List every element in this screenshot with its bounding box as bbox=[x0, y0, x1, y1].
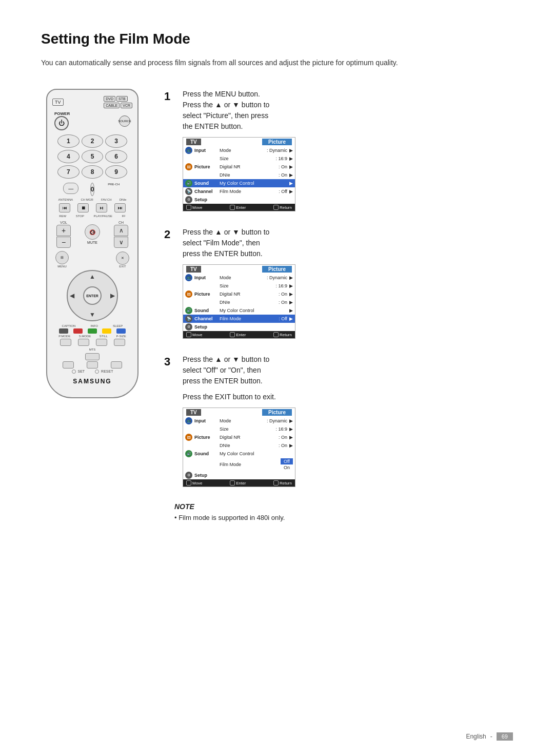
filmmode-val-2: : Off bbox=[279, 316, 287, 321]
vol-down-btn[interactable]: − bbox=[56, 237, 71, 248]
smode-btn[interactable] bbox=[78, 339, 89, 346]
footer-lang: English bbox=[466, 733, 486, 740]
mts-btn[interactable] bbox=[85, 353, 100, 360]
cable-btn[interactable]: CABLE bbox=[104, 103, 120, 108]
ch-up-btn[interactable]: ∧ bbox=[114, 225, 128, 236]
color-btn-red[interactable] bbox=[73, 328, 83, 334]
extra-btn-1[interactable] bbox=[63, 361, 74, 369]
dnie-label: DNIe bbox=[120, 198, 127, 201]
enter-btn[interactable]: ENTER bbox=[83, 286, 102, 305]
size-arrow-1: ▶ bbox=[289, 156, 293, 161]
color-btn-yellow[interactable] bbox=[102, 328, 111, 334]
btn-9[interactable]: 9 bbox=[105, 165, 127, 179]
screen1-header-left: TV bbox=[186, 139, 201, 145]
exit-btn[interactable]: ✕ EXIT bbox=[116, 251, 129, 268]
screen1-header-right: Picture bbox=[262, 139, 292, 145]
menu-nav-exit-row: ⊞ MENU ✕ EXIT bbox=[55, 251, 129, 268]
step-2-line-1: Press the ▲ or ▼ button to bbox=[183, 228, 269, 236]
screen2-header-right: Picture bbox=[262, 266, 292, 273]
screen3-row-setup: ⚙ Setup bbox=[183, 471, 295, 479]
vol-up-btn[interactable]: + bbox=[56, 225, 71, 236]
screen1-row-setup: ⚙ Setup bbox=[183, 196, 295, 204]
still-btn[interactable] bbox=[96, 339, 107, 346]
screen2-row-size: Size : 16:9 ▶ bbox=[183, 282, 295, 290]
rew-btn[interactable]: ⏮ bbox=[59, 203, 70, 212]
remote-control: TV DVD STB CABLE VCR POWER bbox=[46, 89, 138, 398]
step-2-line-3: press the ENTER button. bbox=[183, 249, 263, 258]
mycolor-text-1: My Color Control bbox=[220, 181, 285, 186]
btn-4[interactable]: 4 bbox=[57, 150, 80, 163]
step-3-text: Press the ▲ or ▼ button to select "Off" … bbox=[183, 354, 513, 386]
ch-label: CH bbox=[118, 221, 124, 224]
exit-icon: ✕ bbox=[121, 256, 124, 260]
color-btn-green[interactable] bbox=[88, 328, 97, 334]
menu-btn[interactable]: ⊞ MENU bbox=[55, 251, 69, 268]
footer-return-2: Return bbox=[273, 332, 292, 337]
footer-move-1: Move bbox=[186, 205, 203, 210]
pmode-btn[interactable] bbox=[60, 339, 71, 346]
nav-left-btn[interactable]: ◀ bbox=[70, 292, 74, 299]
note-title: NOTE bbox=[174, 502, 513, 511]
power-button[interactable]: ⏻ bbox=[54, 116, 69, 130]
filmmode-text-1: Film Mode bbox=[220, 189, 276, 194]
dnr-text-1: Digital NR bbox=[220, 164, 276, 169]
mode-labels: P.MODE S.MODE STILL P-SIZE bbox=[54, 335, 130, 338]
psize-btn[interactable] bbox=[114, 339, 125, 346]
nav-up-btn[interactable]: ▲ bbox=[89, 273, 95, 280]
input-label-3: Input bbox=[194, 418, 217, 423]
btn-0[interactable]: 0 bbox=[90, 183, 95, 196]
dvd-btn[interactable]: DVD bbox=[104, 96, 115, 102]
btn-5[interactable]: 5 bbox=[82, 150, 104, 163]
step-1-line-4: the ENTER button. bbox=[183, 122, 243, 130]
step-2-content: Press the ▲ or ▼ button to select "Film … bbox=[183, 227, 513, 339]
color-btn-blue[interactable] bbox=[116, 328, 126, 334]
dropdown-on[interactable]: On bbox=[281, 464, 293, 471]
btn-1[interactable]: 1 bbox=[57, 134, 80, 148]
info-label: INFO bbox=[90, 324, 97, 327]
mute-btn[interactable]: 🔇 bbox=[85, 224, 100, 240]
dropdown-off[interactable]: Off bbox=[281, 458, 293, 464]
chmgr-label: CH MGR bbox=[81, 198, 93, 201]
btn-8[interactable]: 8 bbox=[82, 165, 104, 179]
nav-down-btn[interactable]: ▼ bbox=[89, 311, 95, 318]
step-2-line-2: select "Film Mode", then bbox=[183, 239, 260, 247]
vol-group: VOL + − bbox=[56, 221, 71, 248]
dnie-arrow-3: ▶ bbox=[289, 443, 293, 448]
btn-6[interactable]: 6 bbox=[105, 150, 127, 163]
set-label: SET bbox=[72, 370, 85, 374]
play-pause-btn[interactable]: ⏯ bbox=[96, 203, 107, 212]
source-button[interactable]: SOURCE bbox=[119, 115, 130, 127]
footer-return-1: Return bbox=[273, 205, 292, 210]
channel-label-1: Channel bbox=[194, 189, 217, 194]
btn-3[interactable]: 3 bbox=[105, 134, 127, 148]
tv-screen-2: TV Picture 📺 Input Mode : Dynamic ▶ bbox=[183, 264, 295, 339]
mode-text-3: Mode bbox=[220, 418, 265, 423]
step-3-number: 3 bbox=[164, 355, 174, 369]
screen1-header: TV Picture bbox=[183, 138, 295, 146]
ff-btn[interactable]: ⏭ bbox=[114, 203, 126, 212]
antenna-label: ANTENNA bbox=[58, 198, 73, 201]
extra-btn-2[interactable] bbox=[87, 361, 98, 369]
step-3-extra: Press the EXIT button to exit. bbox=[183, 392, 513, 402]
steps-column: 1 Press the MENU button. Press the ▲ or … bbox=[164, 89, 513, 521]
screen1-row-size: Size : 16:9 ▶ bbox=[183, 154, 295, 163]
dvd-stb-row: DVD STB bbox=[104, 96, 132, 102]
reset-label: RESET bbox=[95, 370, 113, 374]
btn-2[interactable]: 2 bbox=[82, 134, 104, 148]
smode-label: S.MODE bbox=[79, 335, 91, 338]
setup-label-2: Setup bbox=[194, 324, 217, 329]
stop-btn[interactable]: ⏹ bbox=[77, 203, 89, 212]
mycolor-arrow-2: ▶ bbox=[289, 308, 293, 313]
caption-label: CAPTION bbox=[62, 324, 76, 327]
nav-right-btn[interactable]: ▶ bbox=[110, 292, 115, 299]
vcr-btn[interactable]: VCR bbox=[121, 103, 132, 108]
color-btn-dark[interactable] bbox=[59, 328, 68, 334]
ch-down-btn[interactable]: ∨ bbox=[114, 237, 128, 248]
btn-7[interactable]: 7 bbox=[57, 165, 80, 179]
dnr-text-3: Digital NR bbox=[220, 435, 276, 440]
extra-btn-3[interactable] bbox=[111, 361, 122, 369]
dash-btn[interactable]: — bbox=[63, 183, 78, 194]
stb-btn[interactable]: STB bbox=[116, 96, 128, 102]
step-3: 3 Press the ▲ or ▼ button to select "Off… bbox=[164, 354, 513, 487]
dnr-text-2: Digital NR bbox=[220, 292, 276, 297]
